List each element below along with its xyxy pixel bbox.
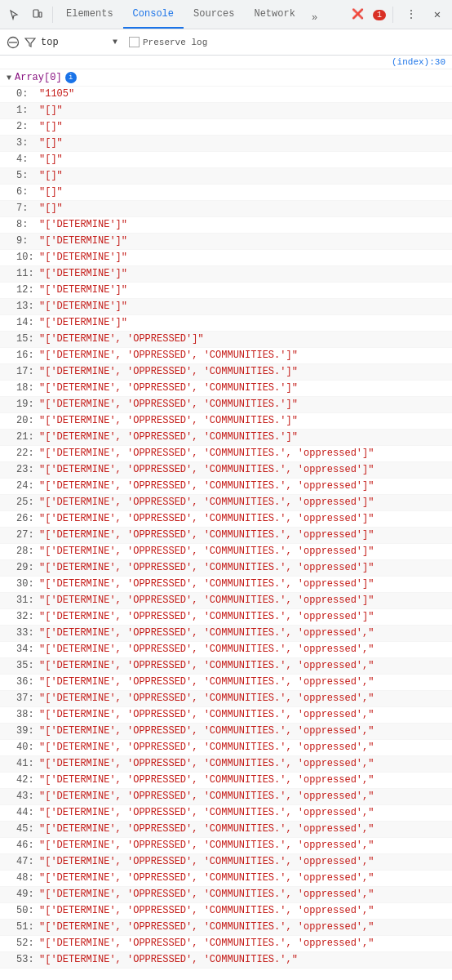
row-index: 30:: [16, 577, 39, 591]
row-index: 32:: [16, 610, 39, 624]
file-reference[interactable]: (index):30: [0, 56, 452, 69]
row-value: "['DETERMINE', 'OPPRESSED', 'COMMUNITIES…: [39, 594, 374, 608]
list-item: 25: "['DETERMINE', 'OPPRESSED', 'COMMUNI…: [0, 495, 452, 511]
row-index: 11:: [16, 267, 39, 281]
list-item: 17: "['DETERMINE', 'OPPRESSED', 'COMMUNI…: [0, 364, 452, 381]
menu-icon[interactable]: ⋮: [400, 3, 423, 26]
list-item: 7: "[]": [0, 201, 452, 217]
tab-elements[interactable]: Elements: [56, 0, 123, 29]
list-item: 2: "[]": [0, 119, 452, 136]
row-index: 16:: [16, 349, 39, 363]
cursor-icon[interactable]: [3, 3, 26, 26]
row-index: 37:: [16, 692, 39, 706]
list-item: 24: "['DETERMINE', 'OPPRESSED', 'COMMUNI…: [0, 479, 452, 495]
row-index: 5:: [16, 169, 39, 183]
row-index: 42:: [16, 773, 39, 787]
row-index: 3:: [16, 136, 39, 150]
list-item: 28: "['DETERMINE', 'OPPRESSED', 'COMMUNI…: [0, 544, 452, 560]
array-header[interactable]: ▼ Array[0] i: [0, 69, 452, 87]
row-value: "['DETERMINE', 'OPPRESSED']": [39, 332, 204, 346]
row-value: "['DETERMINE', 'OPPRESSED', 'COMMUNITIES…: [39, 496, 374, 510]
row-index: 34:: [16, 643, 39, 657]
list-item: 45: "['DETERMINE', 'OPPRESSED', 'COMMUNI…: [0, 822, 452, 838]
list-item: 26: "['DETERMINE', 'OPPRESSED', 'COMMUNI…: [0, 511, 452, 528]
row-index: 31:: [16, 594, 39, 608]
row-value: "['DETERMINE', 'OPPRESSED', 'COMMUNITIES…: [39, 414, 298, 428]
row-value: "['DETERMINE', 'OPPRESSED', 'COMMUNITIES…: [39, 577, 374, 591]
list-item: 5: "[]": [0, 168, 452, 185]
row-value: "[]": [39, 104, 63, 118]
row-value: "['DETERMINE']": [39, 300, 127, 314]
close-icon[interactable]: ✕: [426, 3, 449, 26]
row-index: 15:: [16, 332, 39, 346]
error-badge: ❌ 1: [352, 8, 386, 20]
list-item: 18: "['DETERMINE', 'OPPRESSED', 'COMMUNI…: [0, 381, 452, 397]
console-toolbar: ▼ Preserve log: [0, 29, 452, 56]
row-index: 20:: [16, 414, 39, 428]
row-value: "['DETERMINE', 'OPPRESSED', 'COMMUNITIES…: [39, 937, 374, 951]
row-index: 39:: [16, 724, 39, 738]
preserve-log-label: Preserve log: [143, 38, 207, 47]
filter-input[interactable]: [41, 37, 106, 48]
list-item: 20: "['DETERMINE', 'OPPRESSED', 'COMMUNI…: [0, 413, 452, 430]
row-index: 50:: [16, 904, 39, 918]
row-index: 41:: [16, 757, 39, 771]
row-value: "['DETERMINE', 'OPPRESSED', 'COMMUNITIES…: [39, 806, 374, 820]
device-icon[interactable]: [26, 3, 49, 26]
clear-console-icon[interactable]: [7, 36, 20, 49]
row-value: "['DETERMINE', 'OPPRESSED', 'COMMUNITIES…: [39, 888, 374, 902]
list-item: 53: "['DETERMINE', 'OPPRESSED', 'COMMUNI…: [0, 952, 452, 969]
row-index: 7:: [16, 202, 39, 216]
list-item: 43: "['DETERMINE', 'OPPRESSED', 'COMMUNI…: [0, 789, 452, 805]
row-value: "['DETERMINE', 'OPPRESSED', 'COMMUNITIES…: [39, 724, 374, 738]
list-item: 21: "['DETERMINE', 'OPPRESSED', 'COMMUNI…: [0, 430, 452, 446]
row-index: 28:: [16, 545, 39, 559]
row-index: 12:: [16, 283, 39, 297]
info-badge[interactable]: i: [65, 72, 77, 83]
row-value: "['DETERMINE', 'OPPRESSED', 'COMMUNITIES…: [39, 871, 374, 885]
list-item: 11: "['DETERMINE']": [0, 266, 452, 283]
list-item: 30: "['DETERMINE', 'OPPRESSED', 'COMMUNI…: [0, 577, 452, 593]
filter-icon[interactable]: [24, 37, 36, 48]
row-index: 40:: [16, 741, 39, 755]
svg-rect-1: [39, 12, 42, 17]
row-value: "['DETERMINE']": [39, 283, 127, 297]
row-value: "['DETERMINE', 'OPPRESSED', 'COMMUNITIES…: [39, 398, 298, 412]
list-item: 32: "['DETERMINE', 'OPPRESSED', 'COMMUNI…: [0, 609, 452, 626]
list-item: 44: "['DETERMINE', 'OPPRESSED', 'COMMUNI…: [0, 805, 452, 822]
list-item: 34: "['DETERMINE', 'OPPRESSED', 'COMMUNI…: [0, 642, 452, 658]
preserve-log-checkbox[interactable]: [129, 37, 140, 47]
expand-triangle[interactable]: ▼: [7, 74, 11, 82]
list-item: 41: "['DETERMINE', 'OPPRESSED', 'COMMUNI…: [0, 756, 452, 773]
row-value: "['DETERMINE', 'OPPRESSED', 'COMMUNITIES…: [39, 447, 374, 461]
row-index: 17:: [16, 365, 39, 379]
row-index: 22:: [16, 447, 39, 461]
list-item: 4: "[]": [0, 152, 452, 168]
tab-console[interactable]: Console: [123, 0, 184, 29]
row-index: 10:: [16, 251, 39, 265]
list-item: 47: "['DETERMINE', 'OPPRESSED', 'COMMUNI…: [0, 854, 452, 871]
row-index: 43:: [16, 790, 39, 804]
row-value: "['DETERMINE', 'OPPRESSED', 'COMMUNITIES…: [39, 349, 298, 363]
toolbar-divider-2: [392, 7, 393, 23]
row-value: "['DETERMINE', 'OPPRESSED', 'COMMUNITIES…: [39, 463, 374, 477]
row-value: "['DETERMINE', 'OPPRESSED', 'COMMUNITIES…: [39, 381, 298, 395]
tab-network[interactable]: Network: [244, 0, 304, 29]
list-item: 1: "[]": [0, 103, 452, 119]
row-index: 47:: [16, 855, 39, 869]
tab-more[interactable]: »: [305, 7, 324, 29]
row-value: "['DETERMINE']": [39, 218, 127, 232]
tab-sources[interactable]: Sources: [184, 0, 244, 29]
row-value: "['DETERMINE', 'OPPRESSED', 'COMMUNITIES…: [39, 626, 374, 640]
list-item: 39: "['DETERMINE', 'OPPRESSED', 'COMMUNI…: [0, 724, 452, 740]
error-count: 1: [373, 10, 386, 20]
row-index: 14:: [16, 316, 39, 330]
row-index: 51:: [16, 920, 39, 934]
row-index: 35:: [16, 659, 39, 673]
filter-dropdown-arrow[interactable]: ▼: [113, 38, 117, 47]
list-item: 9: "['DETERMINE']": [0, 234, 452, 250]
row-value: "['DETERMINE', 'OPPRESSED', 'COMMUNITIES…: [39, 790, 374, 804]
row-value: "['DETERMINE', 'OPPRESSED', 'COMMUNITIES…: [39, 904, 374, 918]
row-value: "['DETERMINE']": [39, 316, 127, 330]
row-index: 9:: [16, 234, 39, 248]
